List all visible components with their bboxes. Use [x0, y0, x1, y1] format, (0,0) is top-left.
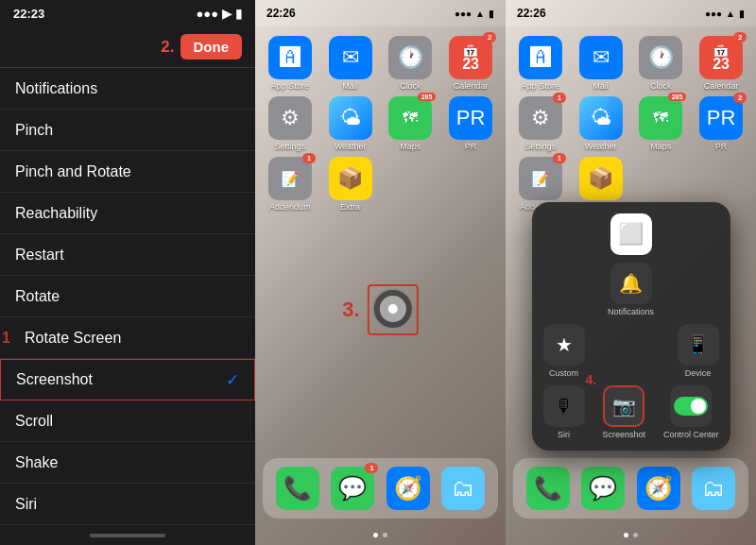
app-icon-appstore[interactable]: 🅰 App Store: [263, 36, 318, 91]
menu-item-notifications[interactable]: Notifications: [0, 68, 255, 110]
signal-icon: ●●●: [196, 7, 218, 21]
step3-label: 3.: [342, 298, 359, 322]
right-dock-safari[interactable]: 🧭: [637, 467, 680, 510]
right-phone-panel: 22:26 ●●● ▲ ▮ 🅰 App Store ✉ Mail 🕐 Clock…: [506, 0, 756, 545]
menu-item-restart[interactable]: Restart: [0, 234, 255, 276]
menu-center-circle[interactable]: ⬜: [610, 213, 652, 255]
done-button[interactable]: Done: [180, 34, 243, 60]
status-icons-right: ●●● ▲ ▮: [705, 9, 745, 19]
menu-cell-device[interactable]: 📱 Device: [678, 324, 719, 378]
right-app-icon-calendar[interactable]: 📅23 2 Calendar: [694, 36, 748, 91]
signal-icon-middle: ●●●: [455, 9, 472, 19]
app-label-appstore: App Store: [271, 81, 309, 91]
page-dot-2: [383, 533, 387, 537]
menu-item-sos[interactable]: SOS: [0, 525, 255, 526]
right-app-img-appstore: 🅰: [519, 36, 562, 79]
right-app-icon-weather[interactable]: 🌤 Weather: [574, 96, 628, 151]
app-grid-middle: 🅰 App Store ✉ Mail 🕐 Clock 📅23 2 Calenda…: [255, 28, 506, 219]
menu-label-pinch-rotate: Pinch and Rotate: [15, 163, 240, 180]
right-dock-phone[interactable]: 📞: [526, 467, 570, 510]
right-maps-badge: 285: [668, 93, 687, 101]
app-icon-addendum[interactable]: 📝 1 Addendum: [263, 157, 318, 212]
menu-item-scroll[interactable]: Scroll: [0, 400, 255, 442]
right-app-label-mail: Mail: [593, 81, 609, 91]
bottom-indicator: [90, 534, 165, 537]
menu-cell-custom[interactable]: ★ Custom: [543, 324, 585, 378]
app-icon-maps[interactable]: 🗺 285 Maps: [384, 96, 438, 151]
menu-label-siri: Siri: [15, 496, 240, 513]
app-icon-mail[interactable]: ✉ Mail: [323, 36, 378, 91]
dock-messages[interactable]: 💬 1: [331, 467, 374, 510]
app-icon-calendar[interactable]: 📅23 2 Calendar: [443, 36, 498, 91]
menu-item-screenshot[interactable]: Screenshot ✓: [0, 359, 255, 400]
assistive-touch-inner: [380, 296, 406, 322]
right-app-img-addendum: 📝 1: [519, 157, 562, 200]
screenshot-cell-label: Screenshot: [602, 430, 645, 439]
menu-label-rotate: Rotate: [15, 288, 240, 305]
dock-files[interactable]: 🗂: [441, 467, 485, 510]
assistive-touch-menu: ⬜ 🔔 Notifications ★ Custom 📱 Device: [532, 202, 730, 451]
right-app-label-weather: Weather: [585, 142, 617, 151]
status-bar-middle: 22:26 ●●● ▲ ▮: [255, 0, 506, 26]
bottom-bar-left: [0, 526, 255, 545]
right-app-img-clock: 🕐: [639, 36, 682, 79]
menu-label-rotate-screen: Rotate Screen: [25, 330, 240, 347]
right-settings-badge: 1: [553, 93, 566, 103]
app-label-maps: Maps: [400, 142, 421, 151]
right-app-icon-maps[interactable]: 🗺 285 Maps: [634, 96, 689, 151]
menu-item-reachability[interactable]: Reachability: [0, 193, 255, 234]
right-app-img-calendar: 📅23 2: [699, 36, 743, 79]
right-app-icon-pr[interactable]: PR 2 PR: [694, 96, 748, 151]
assistive-touch-button[interactable]: [372, 288, 414, 330]
app-icon-weather[interactable]: 🌤 Weather: [323, 96, 378, 151]
dock-phone[interactable]: 📞: [276, 467, 319, 510]
right-app-img-extra: 📦: [579, 157, 623, 200]
right-dock-files[interactable]: 🗂: [692, 467, 735, 510]
menu-cell-notifications[interactable]: 🔔 Notifications: [608, 263, 654, 316]
app-icon-pr[interactable]: PR PR: [443, 96, 498, 151]
right-app-icon-clock[interactable]: 🕐 Clock: [634, 36, 689, 91]
app-icon-extra[interactable]: 📦 Extra: [323, 157, 378, 212]
custom-cell-icon: ★: [543, 324, 585, 366]
app-icon-img-clock: 🕐: [388, 36, 432, 79]
notifications-cell-icon: 🔔: [610, 263, 652, 304]
device-cell-icon: 📱: [678, 324, 719, 366]
menu-item-siri[interactable]: Siri: [0, 484, 255, 525]
right-app-icon-appstore[interactable]: 🅰 App Store: [513, 36, 568, 91]
wifi-icon-right: ▲: [726, 9, 735, 19]
menu-item-pinch[interactable]: Pinch: [0, 110, 255, 151]
custom-cell-label: Custom: [549, 368, 578, 378]
dock-safari[interactable]: 🧭: [387, 467, 430, 510]
menu-item-rotate-screen[interactable]: 1 Rotate Screen: [0, 317, 255, 359]
step3-annotation: 3.: [342, 284, 418, 335]
menu-item-pinch-rotate[interactable]: Pinch and Rotate: [0, 151, 255, 193]
app-icon-img-mail: ✉: [329, 36, 372, 79]
app-icon-img-calendar: 📅23 2: [449, 36, 492, 79]
wifi-icon-middle: ▲: [475, 9, 485, 19]
right-app-icon-settings[interactable]: ⚙ 1 Settings: [513, 96, 568, 151]
app-label-pr: PR: [465, 142, 477, 151]
right-app-label-maps: Maps: [650, 142, 671, 151]
app-icon-img-weather: 🌤: [329, 96, 372, 140]
notifications-cell-label: Notifications: [608, 307, 654, 316]
app-icon-clock[interactable]: 🕐 Clock: [384, 36, 438, 91]
menu-item-shake[interactable]: Shake: [0, 442, 255, 484]
menu-cell-screenshot[interactable]: 4. 📷 Screenshot: [602, 385, 645, 439]
settings-menu-list: Notifications Pinch Pinch and Rotate Rea…: [0, 68, 255, 526]
middle-phone-panel: 22:26 ●●● ▲ ▮ 🅰 App Store ✉ Mail 🕐 Clock: [255, 0, 506, 545]
menu-label-reachability: Reachability: [15, 205, 240, 222]
battery-icon: ▮: [235, 7, 242, 21]
app-icon-img-maps: 🗺 285: [388, 96, 432, 140]
time-middle: 22:26: [266, 7, 296, 20]
right-app-label-calendar: Calendar: [704, 81, 739, 91]
right-app-icon-mail[interactable]: ✉ Mail: [574, 36, 628, 91]
menu-cell-control-center[interactable]: Control Center: [663, 385, 719, 439]
menu-item-rotate[interactable]: Rotate: [0, 276, 255, 317]
right-app-label-appstore: App Store: [522, 81, 559, 91]
dock-middle: 📞 💬 1 🧭 🗂: [263, 458, 498, 519]
app-icon-settings[interactable]: ⚙ Settings: [263, 96, 318, 151]
toggle-icon: [674, 397, 708, 416]
menu-cell-siri[interactable]: 🎙 Siri: [543, 385, 585, 439]
right-dock-messages[interactable]: 💬: [581, 467, 625, 510]
app-label-weather: Weather: [335, 142, 367, 151]
